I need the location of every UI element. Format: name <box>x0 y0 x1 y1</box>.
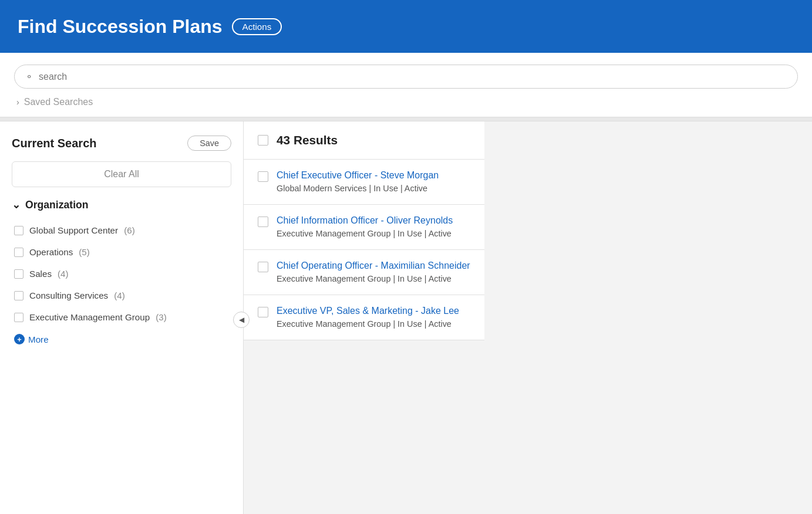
result-checkbox[interactable] <box>258 307 268 317</box>
save-button[interactable]: Save <box>187 136 231 151</box>
result-title[interactable]: Chief Executive Officer - Steve Morgan <box>277 170 439 181</box>
sidebar: Current Search Save Clear All ⌄ Organiza… <box>0 121 244 514</box>
more-label: More <box>28 334 49 344</box>
search-bar: ⚬ <box>14 65 798 89</box>
filter-label: Consulting Services <box>29 290 108 300</box>
result-subtitle: Executive Management Group | In Use | Ac… <box>277 319 452 329</box>
result-checkbox[interactable] <box>258 171 268 182</box>
actions-button[interactable]: Actions <box>232 18 282 35</box>
filter-checkbox[interactable] <box>14 269 23 279</box>
filter-count: (4) <box>58 269 69 279</box>
result-item: Executive VP, Sales & Marketing - Jake L… <box>244 295 484 340</box>
result-content: Chief Operating Officer - Maximilian Sch… <box>277 261 470 284</box>
saved-searches-toggle[interactable]: › Saved Searches <box>14 89 798 112</box>
result-item: Chief Operating Officer - Maximilian Sch… <box>244 250 484 295</box>
select-all-checkbox[interactable] <box>258 135 268 146</box>
filter-option[interactable]: Consulting Services (4) <box>12 285 231 306</box>
result-item: Chief Information Officer - Oliver Reyno… <box>244 205 484 250</box>
filter-checkbox[interactable] <box>14 313 23 322</box>
filter-options-list: Global Support Center (6) Operations (5)… <box>12 219 231 328</box>
filter-count: (4) <box>114 290 125 300</box>
organization-filter-label: Organization <box>25 199 89 211</box>
result-subtitle: Executive Management Group | In Use | Ac… <box>277 229 452 238</box>
filter-count: (3) <box>156 312 167 322</box>
result-subtitle: Executive Management Group | In Use | Ac… <box>277 274 452 283</box>
page-header: Find Succession Plans Actions <box>0 0 812 53</box>
result-title[interactable]: Chief Information Officer - Oliver Reyno… <box>277 215 453 226</box>
results-header: 43 Results <box>244 121 484 160</box>
more-button[interactable]: + More <box>12 328 231 350</box>
filter-label: Operations <box>29 247 73 257</box>
filter-option[interactable]: Global Support Center (6) <box>12 219 231 241</box>
result-item: Chief Executive Officer - Steve Morgan G… <box>244 160 484 205</box>
chevron-right-icon: › <box>16 97 19 107</box>
filter-option[interactable]: Sales (4) <box>12 263 231 285</box>
main-content: Current Search Save Clear All ⌄ Organiza… <box>0 121 812 514</box>
sidebar-header: Current Search Save <box>12 136 231 151</box>
filter-checkbox[interactable] <box>14 291 23 300</box>
result-content: Executive VP, Sales & Marketing - Jake L… <box>277 306 459 329</box>
current-search-title: Current Search <box>12 137 97 150</box>
clear-all-button[interactable]: Clear All <box>12 161 231 187</box>
divider <box>0 117 812 121</box>
organization-filter-section[interactable]: ⌄ Organization <box>12 199 231 211</box>
search-icon: ⚬ <box>25 71 33 82</box>
result-checkbox[interactable] <box>258 217 268 227</box>
search-input[interactable] <box>39 72 787 82</box>
results-wrapper: ◀ 43 Results Chief Executive Officer - S… <box>244 121 484 514</box>
filter-checkbox[interactable] <box>14 248 23 257</box>
filter-checkbox[interactable] <box>14 226 23 235</box>
results-count: 43 Results <box>277 133 338 147</box>
result-content: Chief Information Officer - Oliver Reyno… <box>277 215 453 239</box>
results-list: Chief Executive Officer - Steve Morgan G… <box>244 160 484 340</box>
result-title[interactable]: Chief Operating Officer - Maximilian Sch… <box>277 261 470 271</box>
filter-option[interactable]: Operations (5) <box>12 241 231 263</box>
result-title[interactable]: Executive VP, Sales & Marketing - Jake L… <box>277 306 459 316</box>
collapse-panel-button[interactable]: ◀ <box>233 312 250 328</box>
results-area: 43 Results Chief Executive Officer - Ste… <box>244 121 484 340</box>
search-area: ⚬ › Saved Searches <box>0 53 812 117</box>
page-title: Find Succession Plans <box>18 16 223 38</box>
chevron-down-icon: ⌄ <box>12 199 21 211</box>
result-subtitle: Global Modern Services | In Use | Active <box>277 184 427 193</box>
filter-option[interactable]: Executive Management Group (3) <box>12 306 231 328</box>
filter-count: (5) <box>79 247 90 257</box>
plus-icon: + <box>14 334 25 344</box>
saved-searches-label: Saved Searches <box>24 97 93 107</box>
result-content: Chief Executive Officer - Steve Morgan G… <box>277 170 439 194</box>
filter-label: Sales <box>29 269 52 279</box>
filter-label: Executive Management Group <box>29 312 150 322</box>
filter-count: (6) <box>124 225 135 235</box>
filter-label: Global Support Center <box>29 225 118 235</box>
result-checkbox[interactable] <box>258 262 268 272</box>
